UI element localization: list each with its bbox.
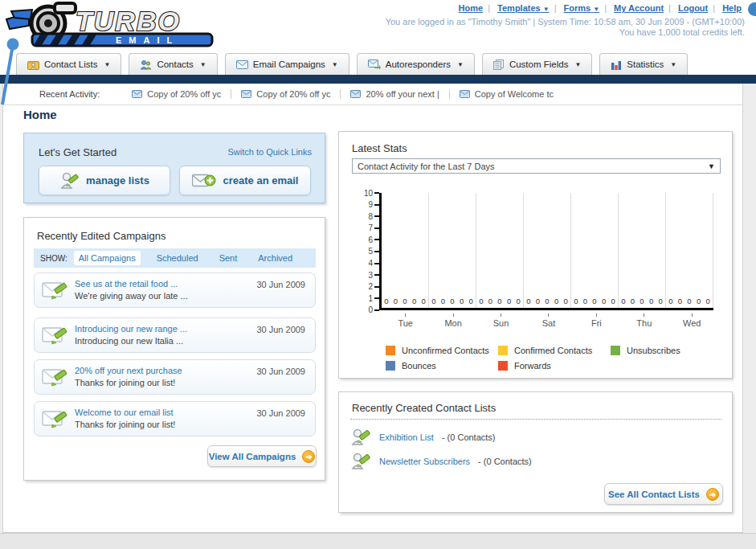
separator: | (713, 3, 715, 13)
chart-day-group: 00000 (524, 193, 571, 308)
recent-activity-item[interactable]: Copy of 20% off yc (231, 89, 341, 99)
data-value-label: 0 (574, 297, 578, 305)
chevron-down-icon: ▼ (593, 6, 599, 13)
activity-item-text: Copy of 20% off yc (256, 89, 330, 99)
data-value-label: 0 (536, 297, 540, 305)
filter-sent[interactable]: Sent (215, 251, 243, 265)
manage-lists-button[interactable]: manage lists (39, 166, 170, 195)
recent-activity-item[interactable]: Copy of Welcome tc (450, 89, 563, 99)
campaign-list-item[interactable]: Introducing our new range ... Introducin… (34, 318, 316, 353)
recent-activity-label: Recent Activity: (39, 89, 100, 99)
chevron-down-icon: ▼ (457, 61, 464, 68)
envelope-icon (350, 90, 361, 98)
tab-autoresponders[interactable]: Autoresponders▼ (357, 53, 475, 75)
chevron-down-icon: ▼ (200, 61, 206, 68)
contact-list-name-link[interactable]: Exhibition List (379, 432, 434, 442)
chart-day-group: 00000 (382, 193, 429, 308)
filter-scheduled[interactable]: Scheduled (152, 251, 203, 265)
chart-x-axis: TueMonSunSatFriThuWed (382, 313, 716, 328)
see-all-contact-lists-button[interactable]: See All Contact Lists ➜ (604, 483, 723, 505)
contact-list-item[interactable]: Exhibition List - (0 Contacts) (350, 426, 496, 449)
envelope-arrow-icon (368, 59, 381, 70)
stats-dropdown-value: Contact Activity for the Last 7 Days (358, 162, 495, 171)
header: TURBO EMAIL Home| Templates ▼| Forms ▼| … (0, 0, 756, 50)
logo-graphic: TURBO EMAIL (5, 2, 223, 50)
top-link-help[interactable]: Help (722, 3, 742, 13)
filter-archived[interactable]: Archived (253, 251, 297, 265)
x-tick-label: Mon (429, 313, 476, 328)
campaign-title-link[interactable]: 20% off your next purchase (75, 366, 182, 375)
tab-contact-lists[interactable]: Contact Lists▼ (16, 53, 121, 75)
help-bubble-icon[interactable] (748, 2, 756, 16)
campaign-title-link[interactable]: See us at the retail food ... (75, 279, 178, 289)
view-all-campaigns-button[interactable]: View All Campaigns ➜ (207, 445, 317, 467)
contact-list-item[interactable]: Newsletter Subscribers - (0 Contacts) (350, 450, 532, 473)
campaign-list-item[interactable]: See us at the retail food ... We're givi… (34, 272, 316, 308)
contact-lists-title: Recently Created Contact Lists (352, 402, 496, 414)
arrow-circle-icon: ➜ (302, 450, 315, 463)
chart-plot: 00000000000000000000000000000000000 (379, 193, 713, 310)
data-value-label: 0 (412, 297, 416, 305)
envelope-pencil-icon (42, 408, 69, 431)
data-value-label: 0 (488, 297, 492, 305)
contact-list-name-link[interactable]: Newsletter Subscribers (379, 457, 470, 466)
chevron-down-icon: ▼ (708, 162, 715, 170)
legend-swatch (386, 346, 395, 355)
legend-label: Forwards (514, 361, 551, 371)
campaign-title-link[interactable]: Welcome to our email list (75, 408, 174, 417)
data-value-label: 0 (507, 297, 511, 305)
legend-item: Unsubscribes (611, 342, 723, 358)
top-link-forms[interactable]: Forms ▼ (564, 3, 600, 13)
switch-to-quick-links[interactable]: Switch to Quick Links (227, 147, 312, 157)
legend-item: Forwards (498, 358, 611, 373)
envelope-icon (460, 90, 470, 98)
recent-activity-item[interactable]: Copy of 20% off yc (122, 89, 231, 99)
tab-label: Statistics (627, 59, 664, 69)
tab-statistics[interactable]: Statistics▼ (599, 53, 688, 75)
latest-stats-panel: Latest Stats Contact Activity for the La… (338, 131, 733, 379)
chevron-down-icon: ▼ (574, 61, 581, 68)
svg-text:EMAIL: EMAIL (116, 35, 179, 45)
data-value-label: 0 (621, 297, 625, 305)
tab-contacts[interactable]: Contacts▼ (129, 53, 217, 75)
campaign-subtitle: We're giving away our late ... (75, 291, 188, 301)
campaign-subtitle: Thanks for joining our list! (75, 378, 175, 387)
legend-item: Unconfirmed Contacts (386, 342, 498, 358)
campaign-date: 30 Jun 2009 (256, 280, 305, 289)
x-tick-label: Tue (382, 313, 429, 328)
chart-day-group: 00000 (476, 193, 524, 308)
x-tick-label: Thu (620, 313, 668, 328)
envelope-pencil-icon (42, 325, 69, 347)
envelope-icon (241, 90, 251, 98)
stats-period-dropdown[interactable]: Contact Activity for the Last 7 Days ▼ (352, 158, 721, 174)
campaign-filter-bar: SHOW: All Campaigns Scheduled Sent Archi… (34, 248, 316, 268)
top-link-templates[interactable]: Templates ▼ (497, 3, 550, 13)
tab-label: Autoresponders (386, 59, 451, 69)
chevron-down-icon: ▼ (104, 61, 110, 68)
data-value-label: 0 (384, 297, 388, 305)
recent-activity-item[interactable]: 20% off your next | (341, 89, 449, 99)
tab-email-campaigns[interactable]: Email Campaigns▼ (225, 53, 349, 75)
separator: | (604, 3, 607, 13)
latest-stats-title: Latest Stats (352, 142, 407, 154)
campaign-title-link[interactable]: Introducing our new range ... (75, 324, 187, 334)
chart-day-group: 00000 (571, 193, 619, 308)
campaign-list-item[interactable]: 20% off your next purchase Thanks for jo… (34, 359, 316, 395)
tab-label: Email Campaigns (253, 59, 325, 69)
recent-activity-bar: Recent Activity: Copy of 20% off yc Copy… (3, 84, 742, 105)
contact-list-count: - (0 Contacts) (478, 457, 532, 466)
tab-custom-fields[interactable]: Custom Fields▼ (482, 53, 592, 75)
top-link-home[interactable]: Home (459, 3, 484, 13)
filter-all-campaigns[interactable]: All Campaigns (74, 251, 141, 265)
top-link-logout[interactable]: Logout (678, 3, 708, 13)
top-link-my-account[interactable]: My Account (614, 3, 664, 13)
person-pencil-icon (350, 451, 371, 472)
campaign-list-item[interactable]: Welcome to our email list Thanks for joi… (34, 401, 316, 436)
chart-day-group: 00000 (429, 193, 476, 308)
data-value-label: 0 (517, 297, 521, 305)
create-email-button[interactable]: create an email (179, 166, 311, 195)
data-value-label: 0 (403, 297, 407, 305)
credits-text: You have 1,000 total credits left. (619, 27, 745, 37)
person-pencil-icon (350, 427, 371, 448)
legend-label: Bounces (402, 361, 436, 371)
